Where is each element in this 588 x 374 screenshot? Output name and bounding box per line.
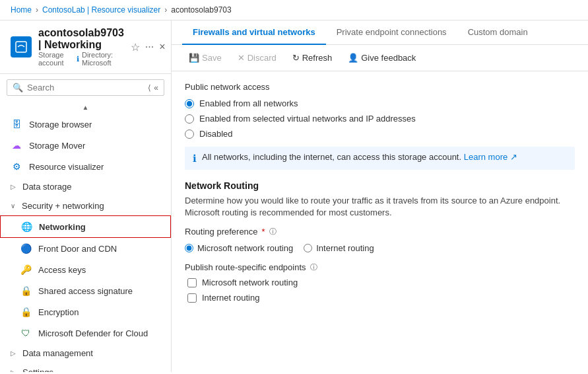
encryption-icon: 🔒: [20, 306, 32, 318]
resource-visualizer-icon: ⚙: [11, 161, 22, 172]
routing-internet-input[interactable]: [304, 244, 312, 252]
sidebar-item-networking[interactable]: 🌐 Networking: [0, 215, 171, 238]
refresh-icon: ↻: [292, 53, 300, 63]
tab-bar: Firewalls and virtual networks Private e…: [172, 20, 588, 45]
sidebar-label-encryption: Encryption: [38, 307, 79, 317]
feedback-button[interactable]: 👤 Give feedback: [341, 50, 422, 65]
routing-microsoft-input[interactable]: [185, 244, 193, 252]
tab-firewalls[interactable]: Firewalls and virtual networks: [182, 20, 326, 45]
sidebar-item-access-keys[interactable]: 🔑 Access keys: [0, 259, 171, 280]
routing-required-marker: *: [262, 227, 265, 237]
discard-icon: ✕: [238, 53, 245, 63]
sidebar-label-data-management: Data management: [22, 348, 93, 358]
breadcrumb: Home › ContosoLab | Resource visualizer …: [0, 0, 588, 20]
sidebar-item-storage-browser[interactable]: 🗄 Storage browser: [0, 114, 171, 135]
public-access-radio-group: Enabled from all networks Enabled from s…: [185, 98, 575, 139]
breadcrumb-current: acontosolab9703: [171, 5, 231, 15]
network-routing-desc: Determine how you would like to route yo…: [185, 195, 575, 219]
collapse-icon[interactable]: ⟨: [148, 83, 151, 93]
radio-disabled-input[interactable]: [185, 130, 194, 139]
sas-icon: 🔒: [20, 285, 32, 297]
security-networking-chevron: ∨: [11, 202, 15, 209]
radio-selected-networks[interactable]: Enabled from selected virtual networks a…: [185, 114, 575, 124]
public-access-title: Public network access: [185, 82, 575, 92]
info-bar-text: All networks, including the internet, ca…: [202, 152, 517, 162]
data-management-chevron: ▷: [11, 350, 16, 357]
star-icon[interactable]: ☆: [131, 41, 140, 54]
learn-more-link[interactable]: Learn more ↗: [464, 152, 517, 162]
sidebar-group-data-storage[interactable]: ▷ Data storage: [0, 177, 171, 196]
network-routing-title: Network Routing: [185, 180, 575, 191]
data-storage-chevron: ▷: [11, 183, 16, 190]
sidebar-label-settings: Settings: [22, 367, 53, 372]
sidebar-label-storage-browser: Storage browser: [29, 120, 92, 130]
sidebar-group-security-networking[interactable]: ∨ Security + networking: [0, 196, 171, 215]
header-actions: ☆ ··· ×: [131, 41, 166, 54]
sidebar-label-data-storage: Data storage: [22, 182, 71, 192]
info-bar-icon: ℹ: [193, 153, 197, 165]
radio-all-networks-input[interactable]: [185, 99, 194, 108]
save-icon: 💾: [189, 53, 199, 63]
routing-microsoft-label: Microsoft network routing: [197, 243, 293, 253]
app-subtitle: Storage account ℹ Directory: Microsoft: [38, 51, 124, 67]
sidebar-label-resource-visualizer: Resource visualizer: [29, 162, 104, 172]
tab-custom-domain[interactable]: Custom domain: [457, 20, 539, 45]
search-input[interactable]: [27, 83, 144, 93]
publish-internet[interactable]: Internet routing: [187, 293, 575, 303]
radio-disabled[interactable]: Disabled: [185, 129, 575, 139]
publish-microsoft-checkbox[interactable]: [187, 278, 197, 287]
sidebar-item-resource-visualizer[interactable]: ⚙ Resource visualizer: [0, 156, 171, 177]
routing-internet[interactable]: Internet routing: [304, 243, 374, 253]
settings-chevron: ▷: [11, 369, 16, 372]
sidebar-label-networking: Networking: [39, 222, 86, 232]
publish-internet-label: Internet routing: [202, 293, 259, 303]
routing-preference-label: Routing preference: [185, 227, 258, 237]
save-button[interactable]: 💾 Save: [182, 50, 228, 65]
access-keys-icon: 🔑: [20, 264, 32, 276]
radio-all-networks[interactable]: Enabled from all networks: [185, 98, 575, 108]
networking-icon: 🌐: [20, 221, 32, 233]
routing-preference-row: Routing preference * ⓘ: [185, 227, 575, 237]
routing-microsoft[interactable]: Microsoft network routing: [185, 243, 293, 253]
more-icon[interactable]: ···: [145, 41, 154, 53]
storage-browser-icon: 🗄: [11, 118, 22, 130]
publish-microsoft-label: Microsoft network routing: [202, 278, 298, 287]
sidebar-item-encryption[interactable]: 🔒 Encryption: [0, 301, 171, 322]
sidebar-label-security-networking: Security + networking: [22, 201, 104, 211]
sidebar-label-sas: Shared access signature: [38, 286, 133, 296]
sidebar-label-access-keys: Access keys: [38, 265, 86, 275]
sidebar-label-frontdoor: Front Door and CDN: [38, 244, 117, 254]
breadcrumb-home[interactable]: Home: [11, 5, 32, 15]
routing-options-group: Microsoft network routing Internet routi…: [185, 243, 575, 253]
minimize-icon[interactable]: «: [154, 83, 158, 93]
app-header: acontosolab9703 | Networking Storage acc…: [0, 20, 171, 74]
storage-mover-icon: ☁: [11, 139, 22, 151]
publish-options-group: Microsoft network routing Internet routi…: [185, 278, 575, 303]
info-bar: ℹ All networks, including the internet, …: [185, 147, 575, 170]
publish-info-icon: ⓘ: [310, 262, 317, 272]
search-icon: 🔍: [13, 83, 23, 93]
app-icon: [11, 36, 32, 57]
toolbar: 💾 Save ✕ Discard ↻ Refresh 👤 Give feedba…: [172, 45, 588, 71]
sidebar-group-data-management[interactable]: ▷ Data management: [0, 344, 171, 363]
sidebar-item-frontdoor[interactable]: 🔵 Front Door and CDN: [0, 238, 171, 259]
defender-icon: 🛡: [20, 327, 32, 339]
sidebar-group-settings[interactable]: ▷ Settings: [0, 363, 171, 372]
sidebar: acontosolab9703 | Networking Storage acc…: [0, 20, 172, 372]
frontdoor-icon: 🔵: [20, 243, 32, 254]
sidebar-label-storage-mover: Storage Mover: [29, 141, 85, 151]
sidebar-item-sas[interactable]: 🔒 Shared access signature: [0, 280, 171, 301]
publish-microsoft[interactable]: Microsoft network routing: [187, 278, 575, 287]
sidebar-label-defender: Microsoft Defender for Cloud: [38, 328, 148, 338]
sidebar-item-storage-mover[interactable]: ☁ Storage Mover: [0, 135, 171, 156]
close-icon[interactable]: ×: [159, 41, 165, 53]
publish-internet-checkbox[interactable]: [187, 293, 197, 303]
breadcrumb-contoso[interactable]: ContosoLab | Resource visualizer: [42, 5, 160, 15]
discard-button[interactable]: ✕ Discard: [231, 50, 283, 65]
refresh-button[interactable]: ↻ Refresh: [286, 50, 339, 65]
scroll-up-arrow[interactable]: ▲: [0, 101, 171, 114]
sidebar-item-defender[interactable]: 🛡 Microsoft Defender for Cloud: [0, 322, 171, 344]
radio-all-networks-label: Enabled from all networks: [199, 98, 298, 108]
tab-private-endpoint[interactable]: Private endpoint connections: [326, 20, 457, 45]
radio-selected-networks-input[interactable]: [185, 114, 194, 124]
